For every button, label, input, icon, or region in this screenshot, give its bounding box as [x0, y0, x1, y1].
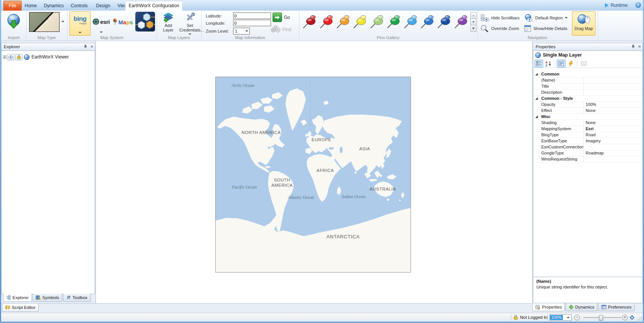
- tab-symbols[interactable]: Symbols: [33, 294, 62, 302]
- property-row[interactable]: WmsRequestString: [533, 156, 642, 162]
- pin-green[interactable]: [385, 12, 402, 32]
- wms-map-system-button[interactable]: [135, 12, 155, 32]
- login-status[interactable]: Not Logged In: [520, 315, 547, 320]
- google-maps-button[interactable]: Maps: [112, 11, 134, 35]
- map-type-button[interactable]: [29, 12, 60, 32]
- property-value[interactable]: Esri: [584, 126, 594, 132]
- property-value[interactable]: None: [584, 108, 595, 113]
- collapse-triangle-icon[interactable]: [535, 97, 538, 100]
- property-value[interactable]: [584, 144, 586, 150]
- world-map-viewer[interactable]: NORTH AMERICAEUROPEASIAAFRICASOUTHAMERIC…: [215, 77, 411, 273]
- visibility-toggle-button[interactable]: [7, 54, 14, 60]
- property-row[interactable]: Shading None: [533, 120, 642, 126]
- hide-scrollbars-button[interactable]: Hide Scrollbars: [480, 14, 520, 22]
- tab-controls[interactable]: Controls: [67, 1, 91, 11]
- tab-dynamics[interactable]: Dynamics: [42, 1, 66, 11]
- pin-yellow[interactable]: [352, 12, 368, 32]
- zoom-percent-combo[interactable]: 100%: [549, 314, 572, 321]
- gallery-expand-button[interactable]: [470, 25, 476, 32]
- tab-toolbox[interactable]: Toolbox: [63, 294, 91, 302]
- collapse-triangle-icon[interactable]: [535, 73, 538, 76]
- resize-grip[interactable]: [637, 316, 642, 321]
- property-value[interactable]: [584, 77, 586, 83]
- help-button[interactable]: ?: [635, 2, 641, 8]
- bing-maps-button[interactable]: bing maps: [69, 11, 91, 36]
- alphabetical-sort-button[interactable]: A Z: [544, 60, 553, 68]
- property-category-row[interactable]: Common: [533, 71, 642, 77]
- find-button[interactable]: [270, 25, 281, 33]
- override-zoom-button[interactable]: Override Zoom: [480, 24, 519, 33]
- property-value[interactable]: [584, 90, 586, 95]
- close-panel-icon[interactable]: ×: [638, 44, 641, 49]
- tab-explorer[interactable]: Explorer: [3, 294, 32, 302]
- property-row[interactable]: Effect None: [533, 108, 642, 114]
- runtime-button[interactable]: Runtime: [605, 2, 628, 9]
- pin-panel-icon[interactable]: [631, 44, 635, 49]
- tab-dynamics[interactable]: Dynamics: [566, 303, 597, 311]
- go-button[interactable]: [273, 13, 282, 22]
- pin-blue[interactable]: [419, 12, 436, 32]
- tree-expander-icon[interactable]: [3, 55, 6, 59]
- property-row[interactable]: GoogleType Roadmap: [533, 150, 642, 156]
- tab-script-editor[interactable]: Script Editor: [2, 304, 39, 312]
- fit-window-icon[interactable]: [629, 315, 635, 320]
- longitude-input[interactable]: [233, 20, 271, 26]
- tab-properties[interactable]: Properties: [532, 303, 565, 311]
- gallery-scroll-down-button[interactable]: [470, 19, 476, 25]
- property-row[interactable]: BingType Road: [533, 132, 642, 138]
- zoom-in-button[interactable]: +: [622, 315, 628, 320]
- property-row[interactable]: (Name): [533, 77, 642, 84]
- pin-light-blue[interactable]: [402, 12, 419, 32]
- property-value[interactable]: 100%: [584, 102, 596, 107]
- dynamics-wizard-button[interactable]: [566, 60, 575, 68]
- drag-map-button[interactable]: Drag Map: [572, 11, 595, 36]
- categorized-view-button[interactable]: [534, 60, 543, 68]
- zoom-slider-thumb[interactable]: [599, 315, 603, 321]
- pin-light-green[interactable]: [369, 12, 385, 32]
- lock-toggle-button[interactable]: [15, 54, 22, 60]
- tab-earthworx-configuration[interactable]: EarthWorX Configuration: [125, 1, 183, 11]
- property-row[interactable]: EsriCustomConnection: [533, 144, 642, 150]
- map-type-dropdown-icon[interactable]: [61, 21, 64, 22]
- property-value[interactable]: [584, 156, 586, 162]
- design-canvas[interactable]: NORTH AMERICAEUROPEASIAAFRICASOUTHAMERIC…: [96, 41, 533, 303]
- property-value[interactable]: Roadmap: [584, 150, 604, 156]
- pin-orange[interactable]: [335, 12, 352, 32]
- property-row[interactable]: Opacity 100%: [533, 102, 642, 108]
- close-panel-icon[interactable]: ×: [90, 44, 93, 49]
- default-region-button[interactable]: Default Region: [524, 14, 568, 22]
- tree-item-earthworx-viewer[interactable]: EarthWorX Viewer: [2, 54, 69, 60]
- property-row[interactable]: EsriBaseType Imagery: [533, 138, 642, 144]
- import-button[interactable]: [6, 13, 21, 33]
- latitude-input[interactable]: [233, 13, 271, 19]
- property-value[interactable]: [584, 84, 586, 89]
- zoom-level-dropdown-icon[interactable]: [245, 30, 248, 32]
- tab-file[interactable]: File: [3, 1, 22, 11]
- world-map[interactable]: NORTH AMERICAEUROPEASIAAFRICASOUTHAMERIC…: [216, 77, 411, 272]
- zoom-out-button[interactable]: −: [574, 315, 580, 320]
- pin-dark-red[interactable]: [301, 12, 318, 32]
- property-value[interactable]: Imagery: [584, 138, 601, 144]
- property-value[interactable]: Road: [584, 132, 595, 138]
- default-region-dropdown-icon[interactable]: [565, 17, 568, 19]
- pin-red[interactable]: [318, 12, 335, 32]
- show-hide-details-button[interactable]: Show/Hide Details: [524, 24, 567, 33]
- tab-preferences[interactable]: Preferences: [598, 303, 635, 311]
- zoom-level-combo[interactable]: 1: [233, 28, 250, 35]
- tab-design[interactable]: Design: [92, 1, 114, 11]
- pin-panel-icon[interactable]: [84, 44, 87, 49]
- bing-dropdown-icon[interactable]: [78, 32, 81, 33]
- gallery-scroll-up-button[interactable]: [470, 12, 476, 19]
- collapse-triangle-icon[interactable]: [535, 115, 538, 118]
- pin-dark-blue[interactable]: [436, 12, 453, 32]
- zoom-combo-dropdown-icon[interactable]: [567, 317, 570, 318]
- property-value[interactable]: None: [584, 120, 595, 126]
- tab-home[interactable]: Home: [21, 1, 40, 11]
- esri-button[interactable]: esri: [91, 11, 111, 35]
- pin-purple[interactable]: [453, 12, 470, 32]
- property-row[interactable]: Description: [533, 90, 642, 96]
- property-pages-button[interactable]: [557, 60, 566, 68]
- property-category-row[interactable]: Common - Style: [533, 96, 642, 102]
- esri-dropdown-icon[interactable]: [100, 32, 103, 33]
- property-row[interactable]: MappingSystem Esri: [533, 126, 642, 132]
